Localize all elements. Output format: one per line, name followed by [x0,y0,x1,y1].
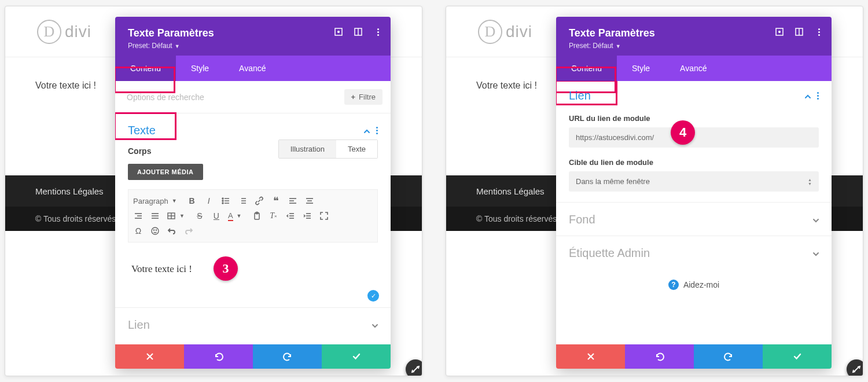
layout-icon[interactable] [354,27,363,36]
svg-point-4 [222,198,223,199]
fullscreen-icon[interactable] [319,211,329,221]
page-text: Votre texte ici ! [476,80,537,90]
modal-preset[interactable]: Preset: Défaut▼ [569,42,819,50]
omega-icon[interactable]: Ω [133,226,144,236]
link-url-input[interactable] [569,127,819,148]
modal-tabs: Contenu Style Avancé [115,56,391,81]
logo-icon: D [37,20,61,44]
svg-point-36 [152,227,159,234]
tab-contenu[interactable]: Contenu [556,56,617,81]
align-right-icon[interactable] [133,211,144,221]
justify-icon[interactable] [150,211,160,221]
tab-style[interactable]: Style [176,56,224,81]
page-text: Votre texte ici ! [35,80,96,90]
footer-link-legal[interactable]: Mentions Légales [35,186,104,196]
add-media-button[interactable]: AJOUTER MÉDIA [128,164,203,180]
tab-avance[interactable]: Avancé [224,56,281,81]
bold-icon[interactable]: B [187,196,197,206]
accordion-lien[interactable]: Lien [556,81,832,112]
accordion-menu-icon[interactable] [816,92,819,100]
settings-modal: Texte Paramètres Preset: Défaut▼ [556,17,832,369]
more-icon[interactable] [814,27,823,36]
expand-corner-icon[interactable] [406,359,422,376]
modal-preset[interactable]: Preset: Défaut▼ [128,42,378,50]
editor-text: Votre texte ici ! [131,263,192,274]
undo-icon[interactable] [167,226,177,236]
save-button[interactable] [322,344,391,369]
paragraph-select[interactable]: Paragraph▼ [133,197,181,205]
logo-text: divi [65,23,91,41]
outdent-icon[interactable] [285,211,296,221]
align-left-icon[interactable] [288,196,298,206]
layout-icon[interactable] [795,27,804,36]
settings-modal: Texte Paramètres Preset: Défaut▼ [115,17,391,369]
editor-area[interactable]: Votre texte ici ! 3 ✓ [128,251,378,299]
indent-icon[interactable] [302,211,312,221]
link-target-label: Cible du lien de module [569,158,819,167]
link-target-select[interactable]: Dans la même fenêtre ▲▼ [569,171,819,192]
accordion-etiquette-admin[interactable]: Étiquette Admin [556,236,832,269]
svg-point-8 [222,203,223,204]
logo-text: divi [506,23,532,41]
paste-icon[interactable] [252,211,262,221]
modal-header: Texte Paramètres Preset: Défaut▼ [556,17,832,56]
link-icon[interactable] [254,196,264,206]
logo: D divi [37,20,91,44]
redo-button[interactable] [253,344,322,369]
responsive-icon[interactable] [334,27,343,36]
expand-corner-icon[interactable] [847,359,863,376]
redo-button[interactable] [694,344,763,369]
logo: D divi [478,20,532,44]
help-icon: ? [668,280,679,290]
tab-style[interactable]: Style [617,56,665,81]
svg-point-6 [222,200,223,201]
editor-check-icon[interactable]: ✓ [367,290,379,302]
link-url-label: URL du lien de module [569,114,819,123]
svg-point-43 [779,31,781,33]
align-center-icon[interactable] [304,196,315,206]
footer-copyright: © Tous droits réservés [35,214,116,223]
italic-icon[interactable]: I [204,196,214,206]
textcolor-icon[interactable]: A▼ [228,211,245,221]
accordion-menu-icon[interactable] [376,127,378,134]
more-icon[interactable] [373,27,382,36]
emoji-icon[interactable] [150,226,160,236]
svg-point-1 [338,31,340,33]
redo-icon[interactable] [183,226,194,236]
ul-icon[interactable] [220,196,231,206]
frame-left: D divi Votre texte ici ! Mentions Légale… [5,6,422,376]
accordion-fond[interactable]: Fond [556,203,832,236]
footer-link-legal[interactable]: Mentions Légales [476,186,545,196]
help-link[interactable]: ? Aidez-moi [556,269,832,300]
action-bar [115,344,391,369]
search-input[interactable]: Options de recherche [127,93,344,102]
accordion-texte[interactable]: Texte [115,113,391,146]
undo-button[interactable] [625,344,694,369]
svg-point-38 [156,230,156,230]
modal-tabs: Contenu Style Avancé [556,56,832,81]
frame-right: D divi Votre texte ici ! Mentions Légale… [446,6,863,376]
svg-point-37 [153,230,154,230]
clear-icon[interactable]: T× [269,211,279,221]
modal-header: Texte Paramètres Preset: Défaut▼ [115,17,391,56]
tab-contenu[interactable]: Contenu [115,56,176,81]
filter-button[interactable]: +Filtre [344,89,382,105]
svg-line-48 [854,366,859,372]
undo-button[interactable] [184,344,253,369]
svg-line-41 [413,366,418,372]
underline-icon[interactable]: U [211,211,222,221]
strike-icon[interactable]: S [194,211,205,221]
tab-avance[interactable]: Avancé [665,56,722,81]
ol-icon[interactable] [237,196,248,206]
save-button[interactable] [763,344,832,369]
logo-icon: D [478,20,502,44]
cancel-button[interactable] [115,344,184,369]
action-bar [556,344,832,369]
responsive-icon[interactable] [775,27,784,36]
quote-icon[interactable]: ❝ [271,196,281,206]
editor-toolbar: Paragraph▼ B I ❝ [128,189,378,243]
badge-3: 3 [214,256,238,281]
cancel-button[interactable] [556,344,625,369]
accordion-lien[interactable]: Lien [115,308,391,341]
table-icon[interactable]: ▼ [167,211,188,221]
